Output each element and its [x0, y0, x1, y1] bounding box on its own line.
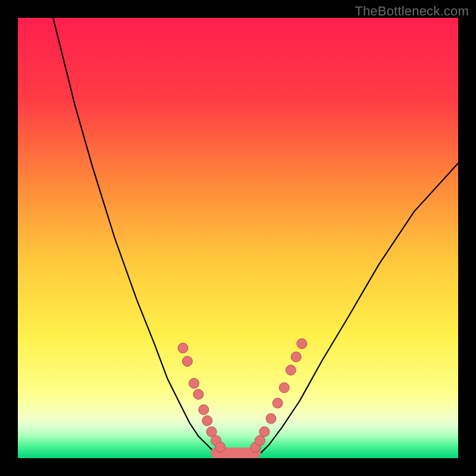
outer-frame: TheBottleneck.com: [0, 0, 476, 476]
watermark-text: TheBottleneck.com: [355, 4, 469, 19]
marker-dot: [297, 339, 307, 349]
marker-dot: [273, 398, 283, 408]
curve-path: [53, 18, 458, 457]
marker-dot: [286, 365, 296, 375]
marker-dot: [266, 414, 276, 424]
marker-dot: [193, 389, 203, 399]
bottleneck-curve: [53, 18, 458, 457]
marker-dot: [202, 416, 212, 426]
marker-dot: [259, 427, 270, 437]
marker-dot: [279, 383, 289, 393]
plot-area: [18, 18, 458, 458]
marker-dot: [178, 343, 188, 353]
marker-dot: [189, 378, 199, 389]
marker-dot: [291, 352, 301, 362]
marker-dot: [182, 356, 192, 367]
marker-dot: [199, 405, 209, 415]
marker-dot: [215, 442, 226, 452]
chart-svg: [18, 18, 458, 458]
